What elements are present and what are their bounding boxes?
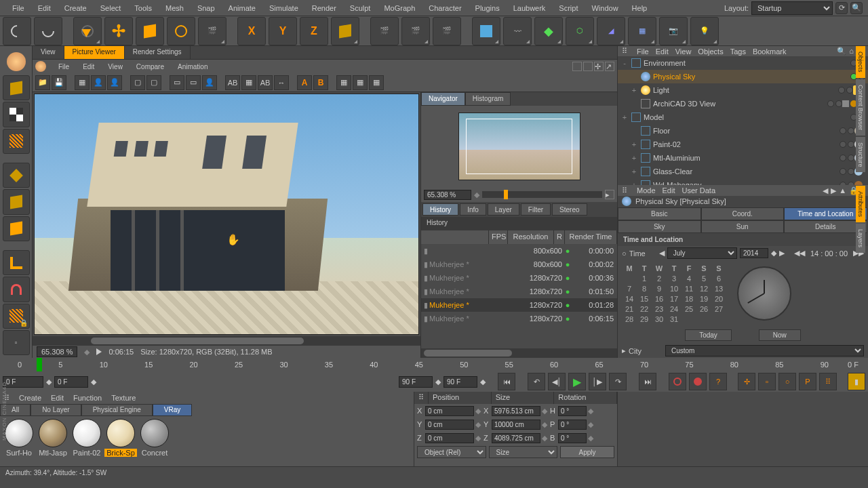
tab-filter[interactable]: Filter xyxy=(521,203,551,216)
size-Y[interactable] xyxy=(492,420,540,430)
animation-layout-icon[interactable]: ▮ xyxy=(848,373,865,390)
history-row[interactable]: ▮800x600●0:00:00 xyxy=(421,244,617,258)
attr-menu-mode[interactable]: Mode xyxy=(637,186,656,195)
add-spline[interactable]: 〰 xyxy=(503,17,532,45)
pv-ico-3[interactable]: 👤 xyxy=(107,75,122,90)
attr-tab-basic[interactable]: Basic xyxy=(618,207,701,220)
coord-handle-icon[interactable]: ⠿ xyxy=(414,392,429,404)
dock-tab-content[interactable]: Content Browser xyxy=(856,79,865,136)
search-icon[interactable]: 🔍 xyxy=(850,2,863,14)
attr-menu-edit[interactable]: Edit xyxy=(663,186,675,195)
tree-item[interactable]: +Wd-Mahogany xyxy=(618,178,868,185)
pv-marker-a[interactable]: A xyxy=(297,75,312,90)
tab-histogram[interactable]: Histogram xyxy=(465,92,511,106)
material-item[interactable]: Surf-Ho xyxy=(3,419,35,464)
pv-ico-15[interactable]: ▦ xyxy=(369,75,384,90)
key-pla-icon[interactable]: ⠿ xyxy=(819,373,837,390)
pv-menu-edit[interactable]: Edit xyxy=(76,61,101,73)
obj-menu-objects[interactable]: Objects xyxy=(698,47,723,56)
pv-menu-view[interactable]: View xyxy=(101,61,130,73)
tree-item[interactable]: Physical Sky xyxy=(618,70,868,83)
tab-stereo[interactable]: Stereo xyxy=(552,203,587,216)
menu-plugins[interactable]: Plugins xyxy=(469,1,507,15)
add-nurbs[interactable]: ◆ xyxy=(534,17,563,45)
poly-mode[interactable] xyxy=(3,216,30,241)
attr-menu-user-data[interactable]: User Data xyxy=(682,186,716,195)
workplane-mode[interactable] xyxy=(3,129,30,154)
pv-ico-9[interactable]: AB xyxy=(225,75,240,90)
redo-button[interactable] xyxy=(34,17,62,45)
pv-fullsize-icon[interactable]: ✢ xyxy=(594,62,604,71)
attr-tab-sky[interactable]: Sky xyxy=(618,220,701,233)
tab-info[interactable]: Info xyxy=(460,203,486,216)
render-pv[interactable]: 🎬 xyxy=(401,17,430,45)
autokey-icon[interactable] xyxy=(689,373,707,390)
menu-sculpt[interactable]: Sculpt xyxy=(343,1,378,15)
city-select[interactable]: Custom xyxy=(665,345,864,357)
mat-tab-vray[interactable]: VRay xyxy=(153,404,192,416)
tree-item[interactable]: -Environment xyxy=(618,56,868,70)
pv-ico-1[interactable]: ▦ xyxy=(75,75,90,90)
move-tool[interactable]: ✢ xyxy=(104,17,133,45)
timeline-ruler[interactable]: 051015202530354045505560657075808590 0 F xyxy=(0,358,868,371)
pv-ico-7[interactable]: ▭ xyxy=(186,75,201,90)
key-pos-icon[interactable]: ✢ xyxy=(738,373,755,390)
add-environment[interactable]: ▦ xyxy=(628,17,656,45)
material-item[interactable]: Mtl-Jasp xyxy=(37,419,69,464)
tree-item[interactable]: +Model xyxy=(618,110,868,124)
objects-home-icon[interactable]: ⌂ xyxy=(849,47,854,56)
attr-tab-sun[interactable]: Sun xyxy=(701,220,785,233)
add-camera[interactable]: 📷 xyxy=(659,17,688,45)
rot-B[interactable] xyxy=(558,433,587,443)
layout-reset-icon[interactable]: ⟳ xyxy=(835,2,848,14)
step-back-key-icon[interactable]: ↶ xyxy=(528,373,545,390)
tab-render-settings[interactable]: Render Settings xyxy=(125,46,191,59)
pv-save-icon[interactable]: 💾 xyxy=(52,75,66,90)
step-back-icon[interactable]: ◀│ xyxy=(548,373,566,390)
pv-ico-13[interactable]: ▦ xyxy=(336,75,351,90)
tree-item[interactable]: Floor xyxy=(618,124,868,138)
scale-tool[interactable] xyxy=(136,17,164,45)
step-fwd-key-icon[interactable]: ↷ xyxy=(609,373,627,390)
menu-render[interactable]: Render xyxy=(305,1,343,15)
dock-tab-structure[interactable]: Structure xyxy=(856,137,865,173)
history-row[interactable]: ▮Mukherjee *800x600●0:00:02 xyxy=(421,258,617,271)
obj-menu-bookmark[interactable]: Bookmark xyxy=(753,47,787,56)
menu-file[interactable]: File xyxy=(5,1,31,15)
time-prev-icon[interactable]: ◀ xyxy=(659,249,665,258)
pv-ico-6[interactable]: ▭ xyxy=(170,75,184,90)
history-row[interactable]: ▮Mukherjee *868x488●0:01:28 xyxy=(421,298,617,312)
tree-item[interactable]: +Light xyxy=(618,83,868,97)
frame-max[interactable] xyxy=(443,376,477,388)
menu-script[interactable]: Script xyxy=(552,1,585,15)
pv-menu-compare[interactable]: Compare xyxy=(130,61,171,73)
size-Z[interactable] xyxy=(492,433,540,443)
pv-layout-1[interactable] xyxy=(572,62,582,71)
history-row[interactable]: ▮Mukherjee *868x488●0:00:36 xyxy=(421,271,617,285)
mat-menu-edit[interactable]: Edit xyxy=(51,394,64,402)
snap-toggle[interactable] xyxy=(3,277,30,302)
obj-menu-tags[interactable]: Tags xyxy=(730,47,746,56)
anim-dot-icon[interactable]: ○ xyxy=(622,249,627,258)
x-axis-lock[interactable]: X xyxy=(237,17,266,45)
goto-start-icon[interactable]: ⏮ xyxy=(498,373,515,390)
render-settings[interactable]: 🎬 xyxy=(433,17,461,45)
menu-mograph[interactable]: MoGraph xyxy=(377,1,422,15)
pv-menu-file[interactable]: File xyxy=(52,61,76,73)
menu-laubwerk[interactable]: Laubwerk xyxy=(507,1,553,15)
month-select[interactable]: July xyxy=(667,247,737,259)
pv-ico-12[interactable]: ↔ xyxy=(274,75,289,90)
mat-tab-physical[interactable]: Physical Engine xyxy=(81,404,153,416)
tab-view[interactable]: View xyxy=(33,46,64,59)
key-param-icon[interactable]: P xyxy=(799,373,816,390)
coord-system[interactable] xyxy=(331,17,359,45)
viewport-solo[interactable]: ▫ xyxy=(3,330,30,355)
add-modeling[interactable]: ⬡ xyxy=(566,17,594,45)
menu-character[interactable]: Character xyxy=(422,1,468,15)
pos-Z[interactable] xyxy=(425,433,474,443)
render-viewport[interactable]: ✋ xyxy=(34,94,419,335)
range-end[interactable] xyxy=(399,376,433,388)
dock-tab-objects[interactable]: Objects xyxy=(856,46,865,78)
attr-tab-timeloc[interactable]: Time and Location xyxy=(784,207,867,220)
year-field[interactable] xyxy=(740,248,768,258)
